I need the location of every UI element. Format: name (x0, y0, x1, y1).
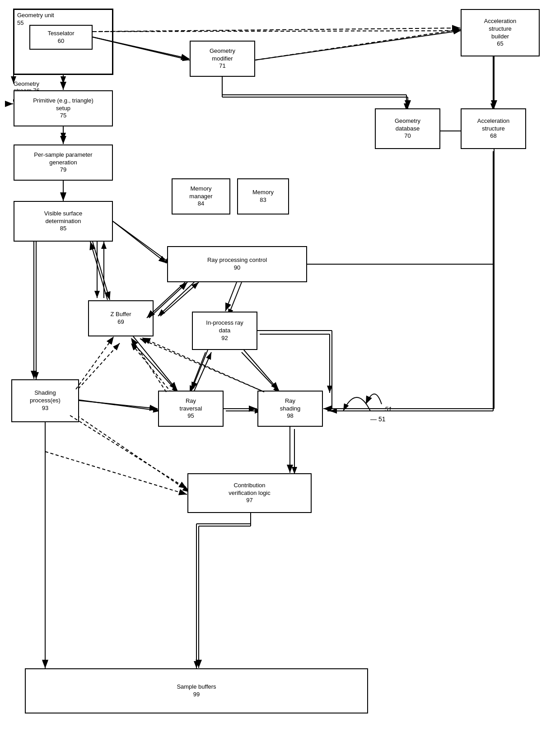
svg-line-4 (93, 31, 461, 32)
svg-line-61 (113, 221, 167, 263)
ref-51-label: 51 (385, 406, 392, 413)
ray-processing-control-box: Ray processing control90 (167, 246, 307, 282)
svg-line-23 (190, 352, 205, 393)
svg-line-8 (255, 31, 461, 60)
shading-processes-box: Shadingprocess(es)93 (11, 379, 79, 422)
svg-line-82 (45, 452, 187, 494)
svg-line-48 (193, 352, 211, 393)
primitive-setup-box: Primitive (e.g., triangle)setup75 (14, 90, 113, 126)
svg-line-80 (131, 338, 166, 392)
svg-line-35 (131, 343, 172, 393)
sample-buffers-box: Sample buffers99 (25, 668, 368, 713)
svg-line-79 (76, 336, 114, 389)
in-process-ray-box: In-process raydata92 (192, 312, 257, 350)
svg-line-63 (90, 242, 107, 300)
accel-structure-builder-box: Accelerationstructurebuilder65 (461, 9, 540, 56)
ray-shading-box: Rayshading98 (257, 391, 323, 427)
svg-line-71 (79, 401, 158, 409)
svg-line-66 (225, 282, 237, 311)
svg-line-21 (160, 282, 199, 316)
svg-line-67 (191, 350, 208, 390)
svg-line-25 (133, 343, 178, 393)
svg-line-34 (77, 415, 190, 492)
svg-line-37 (75, 343, 120, 393)
per-sample-box: Per-sample parametergeneration79 (14, 145, 113, 181)
svg-line-24 (242, 352, 280, 393)
svg-line-17 (113, 221, 172, 264)
svg-line-62 (93, 242, 110, 300)
z-buffer-box: Z Buffer69 (88, 300, 154, 336)
svg-line-68 (244, 350, 279, 390)
contribution-verification-box: Contributionverification logic97 (187, 473, 312, 513)
svg-line-22 (228, 282, 242, 316)
svg-line-27 (77, 400, 160, 411)
ray-traversal-box: Raytraversal95 (158, 391, 224, 427)
svg-line-65 (149, 282, 187, 318)
geometry-modifier-box: Geometrymodifier71 (190, 41, 255, 77)
label-51: — 51 (370, 415, 385, 423)
svg-line-42 (255, 29, 461, 60)
diagram-container: Geometry unit 55 Tesselator 60 Geometrys… (0, 0, 560, 732)
geometry-database-box: Geometrydatabase70 (375, 108, 440, 149)
memory-box: Memory83 (237, 178, 289, 214)
acceleration-structure-box: Accelerationstructure68 (461, 108, 526, 149)
svg-line-52 (93, 28, 460, 32)
visible-surface-box: Visible surfacedetermination85 (14, 201, 113, 242)
tesselator-box: Tesselator 60 (29, 25, 93, 50)
svg-line-20 (158, 282, 194, 316)
svg-line-69 (133, 336, 177, 390)
memory-manager-box: Memorymanager84 (172, 178, 230, 214)
